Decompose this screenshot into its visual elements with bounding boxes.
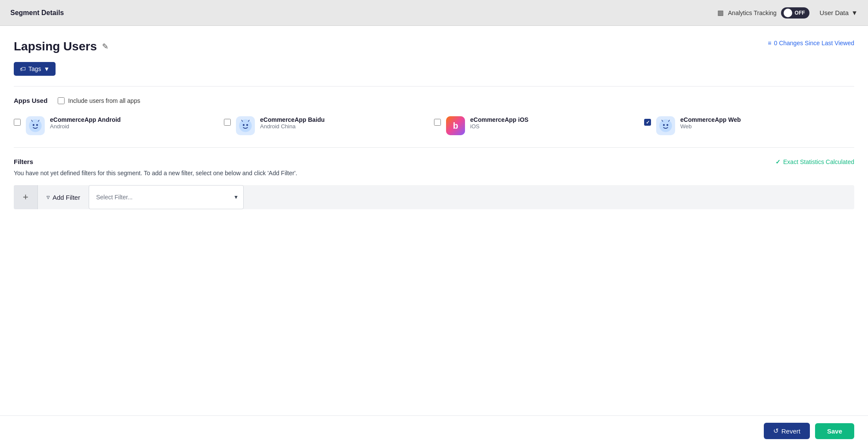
- app-ios-name: eCommerceApp iOS: [470, 116, 528, 123]
- page-title-row: Lapsing Users ✎: [14, 40, 108, 53]
- filter-select[interactable]: Select Filter...: [89, 185, 244, 209]
- checkmark-icon: ✓: [775, 158, 781, 165]
- edit-icon[interactable]: ✎: [102, 42, 108, 51]
- main-content: Lapsing Users ✎ ≡ 0 Changes Since Last V…: [0, 26, 868, 446]
- app-android-info: eCommerceApp Android Android: [50, 116, 121, 130]
- topbar: Segment Details ▩ Analytics Tracking OFF…: [0, 0, 868, 26]
- smiley-svg-web: [658, 118, 673, 133]
- analytics-icon: ▩: [717, 9, 724, 17]
- smiley-svg-baidu: [238, 118, 253, 133]
- app-ios-checkbox[interactable]: [434, 119, 441, 126]
- changes-list-icon: ≡: [768, 40, 771, 46]
- app-baidu-icon: [236, 116, 255, 135]
- apps-used-label: Apps Used: [14, 97, 47, 104]
- app-web-checkbox-checked[interactable]: [644, 119, 651, 126]
- tags-chevron-icon: ▼: [44, 65, 50, 72]
- add-filter-label: Add Filter: [53, 194, 80, 201]
- app-ios-platform: iOS: [470, 123, 528, 130]
- topbar-title: Segment Details: [10, 9, 64, 17]
- user-data-label: User Data: [820, 9, 849, 16]
- app-android-name: eCommerceApp Android: [50, 116, 121, 123]
- filters-description: You have not yet defined filters for thi…: [14, 170, 854, 177]
- page-title: Lapsing Users: [14, 40, 97, 53]
- tags-label: Tags: [28, 65, 41, 72]
- tags-button[interactable]: 🏷 Tags ▼: [14, 62, 56, 76]
- svg-text:b: b: [453, 121, 458, 130]
- svg-point-1: [33, 124, 34, 126]
- tag-icon: 🏷: [20, 65, 26, 72]
- app-ios-icon: b: [446, 116, 465, 135]
- save-label: Save: [827, 427, 842, 435]
- include-all-label[interactable]: Include users from all apps: [58, 97, 140, 104]
- topbar-right: ▩ Analytics Tracking OFF User Data ▼: [717, 7, 858, 19]
- changes-count-label: 0 Changes Since Last Viewed: [774, 40, 854, 46]
- divider-2: [14, 147, 854, 148]
- svg-point-14: [666, 124, 668, 126]
- app-baidu-checkbox[interactable]: [224, 119, 231, 126]
- apps-used-section: Apps Used Include users from all apps: [14, 97, 854, 137]
- analytics-tracking-section: ▩ Analytics Tracking OFF: [717, 7, 809, 19]
- smiley-svg-android: [28, 118, 43, 133]
- svg-point-12: [659, 119, 672, 132]
- app-baidu-name: eCommerceApp Baidu: [260, 116, 325, 123]
- svg-point-13: [663, 124, 665, 126]
- revert-icon: ↺: [773, 427, 779, 435]
- filters-title: Filters: [14, 158, 33, 165]
- app-web-name: eCommerceApp Web: [680, 116, 741, 123]
- add-filter-row: + ▿ Add Filter Select Filter... ▼: [14, 185, 854, 209]
- app-android-checkbox[interactable]: [14, 119, 21, 126]
- bottom-bar: ↺ Revert Save: [0, 415, 868, 446]
- analytics-tracking-label: Analytics Tracking: [728, 9, 777, 16]
- app-android-platform: Android: [50, 123, 121, 130]
- app-item-web: eCommerceApp Web Web: [644, 115, 854, 137]
- plus-box[interactable]: +: [14, 185, 38, 209]
- revert-label: Revert: [781, 427, 800, 435]
- app-web-icon: [656, 116, 675, 135]
- app-ios-info: eCommerceApp iOS iOS: [470, 116, 528, 130]
- app-web-platform: Web: [680, 123, 741, 130]
- user-data-button[interactable]: User Data ▼: [820, 9, 858, 16]
- toggle-state-label: OFF: [795, 10, 805, 16]
- add-filter-button[interactable]: ▿ Add Filter: [38, 193, 89, 201]
- app-item-android: eCommerceApp Android Android: [14, 115, 224, 137]
- svg-point-0: [29, 119, 41, 132]
- svg-point-6: [243, 124, 245, 126]
- app-baidu-platform: Android China: [260, 123, 325, 130]
- filters-section: Filters ✓ Exact Statistics Calculated Yo…: [14, 158, 854, 209]
- filter-icon: ▿: [46, 193, 50, 201]
- exact-stats: ✓ Exact Statistics Calculated: [775, 158, 854, 165]
- app-item-ios: b eCommerceApp iOS iOS: [434, 115, 644, 137]
- app-item-baidu: eCommerceApp Baidu Android China: [224, 115, 434, 137]
- filter-select-wrapper: Select Filter... ▼: [89, 185, 244, 209]
- include-all-text: Include users from all apps: [68, 97, 140, 104]
- page-header: Lapsing Users ✎ ≡ 0 Changes Since Last V…: [14, 40, 854, 53]
- plus-icon: +: [23, 192, 28, 203]
- app-android-icon: [26, 116, 45, 135]
- ios-icon-svg: b: [446, 116, 465, 135]
- svg-point-2: [36, 124, 38, 126]
- divider-1: [14, 86, 854, 87]
- apps-header: Apps Used Include users from all apps: [14, 97, 854, 104]
- changes-link[interactable]: ≡ 0 Changes Since Last Viewed: [768, 40, 854, 46]
- app-web-info: eCommerceApp Web Web: [680, 116, 741, 130]
- user-data-chevron-icon: ▼: [851, 9, 858, 16]
- include-all-checkbox[interactable]: [58, 97, 65, 104]
- toggle-circle: [784, 9, 792, 17]
- app-baidu-info: eCommerceApp Baidu Android China: [260, 116, 325, 130]
- apps-grid: eCommerceApp Android Android: [14, 115, 854, 137]
- revert-button[interactable]: ↺ Revert: [764, 423, 810, 439]
- analytics-toggle[interactable]: OFF: [781, 7, 809, 19]
- save-button[interactable]: Save: [815, 423, 854, 439]
- svg-point-5: [239, 119, 251, 132]
- svg-point-7: [246, 124, 248, 126]
- exact-stats-label: Exact Statistics Calculated: [783, 158, 854, 165]
- filters-header: Filters ✓ Exact Statistics Calculated: [14, 158, 854, 165]
